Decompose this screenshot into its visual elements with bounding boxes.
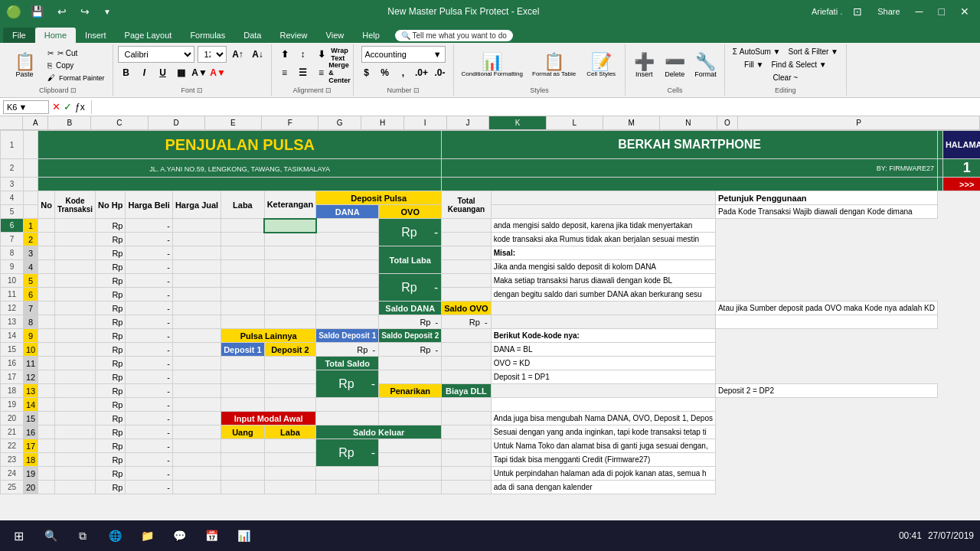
cell-B23[interactable] [38,453,55,467]
cell-O1[interactable] [937,131,942,159]
percent-btn[interactable]: % [377,64,394,81]
cell-A20[interactable]: 15 [24,412,38,425]
format-btn[interactable]: 🔧 Format [691,52,720,80]
cell-D19[interactable]: Rp [96,398,126,412]
close-btn[interactable]: ✕ [956,4,974,19]
cell-O18[interactable] [491,384,715,398]
cell-A18[interactable]: 13 [24,384,38,398]
insert-function-btn[interactable]: ƒx [75,102,85,112]
cell-D21[interactable]: Rp [96,425,126,439]
cell-B18[interactable] [38,384,55,398]
cell-arrow-btn[interactable]: >>> [942,178,980,191]
cell-E6[interactable]: - [126,219,172,233]
cell-A11[interactable]: 6 [24,288,38,302]
bold-btn[interactable]: B [118,64,135,81]
cell-F22[interactable] [172,439,220,453]
font-size-select[interactable]: 12 [198,46,227,63]
cell-E22[interactable]: - [126,439,172,453]
cell-L22[interactable] [264,439,316,453]
cell-B24[interactable] [38,467,55,481]
cell-A7[interactable]: 2 [24,233,38,246]
excel-taskbar-btn[interactable]: 📊 [228,522,259,549]
cell-F25[interactable] [172,481,220,494]
cell-E20[interactable]: - [126,412,172,425]
cell-E21[interactable]: - [126,425,172,439]
cell-B19[interactable] [38,398,55,412]
cell-C13[interactable] [54,315,95,329]
cell-B13[interactable] [38,315,55,329]
italic-btn[interactable]: I [136,64,153,81]
tab-formulas[interactable]: Formulas [181,28,234,43]
cell-O4[interactable] [491,191,715,205]
comma-btn[interactable]: , [395,64,412,81]
cell-A3[interactable] [24,178,38,191]
cell-D22[interactable]: Rp [96,439,126,453]
cell-A14[interactable]: 9 [24,329,38,343]
cell-L17[interactable] [264,370,316,384]
cell-B12[interactable] [38,302,55,315]
cell-E24[interactable]: - [126,467,172,481]
alignment-expand-icon[interactable]: ⊡ [325,86,332,94]
cell-O3[interactable] [937,178,942,191]
underline-btn[interactable]: U [155,64,172,81]
maximize-btn[interactable]: □ [934,4,949,19]
cell-B3[interactable] [38,178,442,191]
cell-G13[interactable] [221,315,265,329]
cell-L6[interactable] [316,219,379,233]
task-view-btn[interactable]: ⧉ [67,522,98,549]
cell-N19[interactable] [379,398,442,412]
cell-B20[interactable] [38,412,55,425]
col-I[interactable]: I [404,116,447,129]
cell-A10[interactable]: 5 [24,274,38,288]
cell-F17[interactable] [172,370,220,384]
tab-file[interactable]: File [3,28,35,43]
cell-D23[interactable]: Rp [96,453,126,467]
cell-D12[interactable]: Rp [96,302,126,315]
cell-K7[interactable] [264,233,316,246]
cell-A17[interactable]: 12 [24,370,38,384]
cell-C18[interactable] [54,384,95,398]
cell-G12[interactable] [221,302,265,315]
cell-D25[interactable]: Rp [96,481,126,494]
cell-E17[interactable]: - [126,370,172,384]
cell-C9[interactable] [54,260,95,274]
cell-M25[interactable] [316,481,379,494]
cell-A4[interactable] [24,191,38,205]
cell-C14[interactable] [54,329,95,343]
cell-O6[interactable] [442,219,491,233]
cell-D15[interactable]: Rp [96,343,126,357]
tab-review[interactable]: Review [270,28,316,43]
font-name-select[interactable]: Calibri [118,46,194,63]
cell-N25[interactable] [379,481,442,494]
cell-L23[interactable] [264,453,316,467]
cell-G8[interactable] [221,246,265,260]
cell-F10[interactable] [172,274,220,288]
cell-O10[interactable] [442,274,491,288]
cell-E14[interactable]: - [126,329,172,343]
undo-btn[interactable]: ↩ [53,4,71,19]
cell-A15[interactable]: 10 [24,343,38,357]
cell-A13[interactable]: 8 [24,315,38,329]
cell-A1[interactable] [24,131,38,159]
cell-O13[interactable] [491,315,715,329]
cell-M19[interactable] [316,398,379,412]
cell-E10[interactable]: - [126,274,172,288]
cell-B8[interactable] [38,246,55,260]
cell-C24[interactable] [54,467,95,481]
cell-M20[interactable] [316,412,379,425]
clipboard-expand-icon[interactable]: ⊡ [70,86,77,94]
cell-L8[interactable] [316,246,379,260]
cell-A5[interactable] [24,205,38,219]
cell-O24[interactable] [442,467,491,481]
cell-O9[interactable] [442,260,491,274]
cell-E16[interactable]: - [126,357,172,370]
cell-A22[interactable]: 17 [24,439,38,453]
cell-O25[interactable] [442,481,491,494]
cell-E13[interactable]: - [126,315,172,329]
cell-C11[interactable] [54,288,95,302]
cell-K16[interactable] [221,357,265,370]
cell-O7[interactable] [442,233,491,246]
cell-K11[interactable] [264,288,316,302]
cell-N24[interactable] [379,467,442,481]
align-right-btn[interactable]: ≡ [313,64,330,81]
